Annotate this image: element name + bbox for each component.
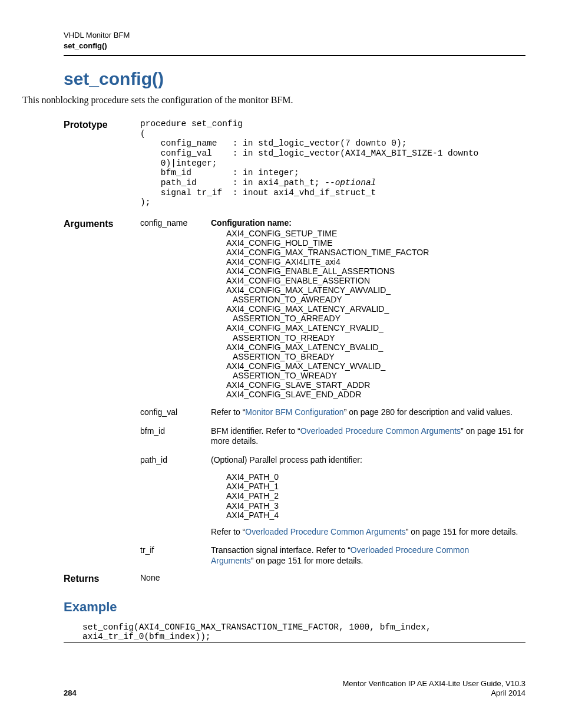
footer-date: April 2014 (491, 689, 525, 697)
text: ” on page 280 for description and valid … (344, 407, 513, 417)
prototype-code: procedure set_config ( config_name : in … (140, 119, 525, 207)
code-line: ( (140, 129, 146, 139)
code-line: bfm_id : in integer; (140, 168, 299, 177)
link-monitor-bfm-config[interactable]: Monitor BFM Configuration (245, 407, 343, 417)
config-name-values: AXI4_CONFIG_SETUP_TIME AXI4_CONFIG_HOLD_… (211, 229, 525, 400)
link-overloaded-args-1[interactable]: Overloaded Procedure Common Arguments (300, 426, 461, 436)
text: Refer to “ (211, 407, 245, 417)
link-overloaded-args-3b[interactable]: Arguments (211, 556, 251, 565)
code-comment: --optional (325, 178, 376, 187)
code-line: ); (140, 197, 150, 207)
code-line: config_val : in std_logic_vector(AXI4_MA… (140, 149, 478, 158)
text: ” on page 151 for more details. (406, 527, 518, 536)
path-id-values: AXI4_PATH_0 AXI4_PATH_1 AXI4_PATH_2 AXI4… (211, 472, 525, 519)
arg-desc-config-name: Configuration name: AXI4_CONFIG_SETUP_TI… (211, 218, 525, 399)
arg-name-tr-if: tr_if (140, 545, 211, 566)
code-line: path_id : in axi4_path_t; (140, 178, 325, 187)
returns-label: Returns (64, 573, 140, 585)
header-rule (64, 55, 525, 56)
text: ” on page 151 for more details. (251, 556, 363, 565)
code-line: procedure set_config (140, 119, 243, 129)
arg-desc-path-id: (Optional) Parallel process path identif… (211, 455, 525, 537)
text: BFM identifier. Refer to “ (211, 426, 300, 436)
prototype-label: Prototype (64, 119, 140, 207)
page-number: 284 (64, 689, 77, 698)
footer-rule (64, 642, 525, 643)
config-name-heading: Configuration name: (211, 218, 292, 228)
page-header-chapter: VHDL Monitor BFM (64, 31, 525, 40)
page-header-topic: set_config() (64, 41, 525, 51)
footer-guide: Mentor Verification IP AE AXI4-Lite User… (343, 679, 525, 688)
code-line: config_name : in std_logic_vector(7 down… (140, 139, 406, 148)
example-code: set_config(AXI4_CONFIG_MAX_TRANSACTION_T… (64, 622, 525, 642)
page-title: set_config() (64, 68, 525, 90)
code-line: 0)|integer; (140, 159, 217, 168)
arg-desc-tr-if: Transaction signal interface. Refer to “… (211, 545, 525, 566)
arg-name-config-name: config_name (140, 218, 211, 399)
code-line: signal tr_if : inout axi4_vhd_if_struct_… (140, 188, 376, 197)
path-id-intro: (Optional) Parallel process path identif… (211, 455, 525, 466)
intro-paragraph: This nonblocking procedure sets the conf… (22, 94, 525, 106)
arguments-label: Arguments (64, 218, 140, 566)
arg-desc-config-val: Refer to “Monitor BFM Configuration” on … (211, 407, 525, 418)
arg-name-path-id: path_id (140, 455, 211, 537)
arg-desc-bfm-id: BFM identifier. Refer to “Overloaded Pro… (211, 426, 525, 447)
link-overloaded-args-2[interactable]: Overloaded Procedure Common Arguments (245, 527, 405, 536)
text: Transaction signal interface. Refer to “ (211, 545, 351, 555)
returns-value: None (140, 573, 525, 585)
text: Refer to “ (211, 527, 245, 536)
arg-name-bfm-id: bfm_id (140, 426, 211, 447)
example-heading: Example (64, 599, 525, 615)
page-footer: 284 Mentor Verification IP AE AXI4-Lite … (64, 679, 525, 699)
arg-name-config-val: config_val (140, 407, 211, 418)
link-overloaded-args-3a[interactable]: Overloaded Procedure Common (351, 545, 470, 555)
